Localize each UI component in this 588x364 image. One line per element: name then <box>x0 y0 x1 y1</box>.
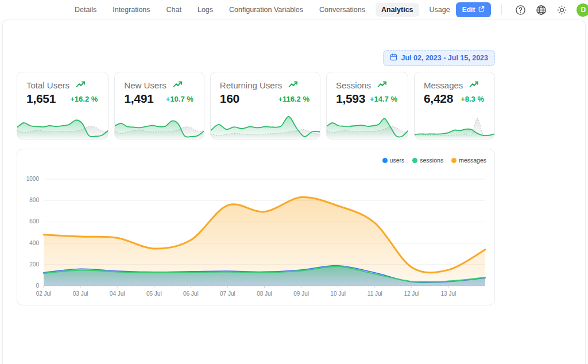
globe-icon[interactable] <box>533 2 549 18</box>
topbar-divider <box>501 5 502 15</box>
date-row: Jul 02, 2023 - Jul 15, 2023 <box>17 50 495 66</box>
stat-card-sessions: Sessions 1,593 +14.7 % <box>326 72 408 140</box>
trend-up-icon <box>288 80 298 90</box>
nav-tabs: DetailsIntegrationsChatLogsConfiguration… <box>69 3 456 17</box>
main-chart: 0200400600800100002 Jul03 Jul04 Jul05 Ju… <box>17 149 494 305</box>
stat-card-delta: +8.3 % <box>461 95 484 103</box>
stat-card-value: 6,428 <box>424 92 453 106</box>
svg-text:02 Jul: 02 Jul <box>36 291 52 297</box>
svg-text:07 Jul: 07 Jul <box>220 291 235 297</box>
avatar[interactable]: D <box>577 3 588 17</box>
topbar: DetailsIntegrationsChatLogsConfiguration… <box>0 0 588 20</box>
stat-card-new-users: New Users 1,491 +10.7 % <box>114 72 204 140</box>
svg-text:11 Jul: 11 Jul <box>368 291 382 297</box>
svg-text:10 Jul: 10 Jul <box>330 291 346 297</box>
svg-text:04 Jul: 04 Jul <box>110 291 125 297</box>
stat-card-value: 160 <box>220 92 239 106</box>
sparkline-new-users <box>115 111 203 139</box>
chart-legend: userssessionsmessages <box>382 157 486 164</box>
svg-text:12 Jul: 12 Jul <box>404 291 419 297</box>
edit-button[interactable]: Edit <box>456 2 492 17</box>
sparkline-total-users <box>17 111 108 139</box>
trend-up-icon <box>377 80 387 90</box>
main-chart-card: userssessionsmessages 020040060080010000… <box>17 149 495 305</box>
external-link-icon <box>478 6 485 14</box>
svg-text:09 Jul: 09 Jul <box>293 291 309 297</box>
stat-card-total-users: Total Users 1,651 +16.2 % <box>17 72 109 140</box>
tab-integrations[interactable]: Integrations <box>107 3 156 17</box>
stat-card-value: 1,651 <box>26 92 56 106</box>
tab-logs[interactable]: Logs <box>192 3 219 17</box>
stat-card-text: Sessions 1,593 +14.7 % <box>327 72 408 106</box>
date-range-label: Jul 02, 2023 - Jul 15, 2023 <box>401 54 489 62</box>
legend-dot-users <box>382 158 388 163</box>
sparkline-returning-users <box>211 111 320 139</box>
svg-text:1000: 1000 <box>26 176 40 182</box>
svg-text:05 Jul: 05 Jul <box>146 291 162 297</box>
tab-configuration-variables[interactable]: Configuration Variables <box>223 3 309 17</box>
stat-card-label: New Users <box>124 80 166 90</box>
stat-card-delta: +16.2 % <box>70 95 98 103</box>
sparkline-sessions <box>327 111 408 139</box>
svg-text:06 Jul: 06 Jul <box>183 291 199 297</box>
legend-sessions[interactable]: sessions <box>412 157 443 164</box>
stat-card-text: Messages 6,428 +8.3 % <box>415 72 494 106</box>
help-icon[interactable] <box>512 2 528 18</box>
svg-text:03 Jul: 03 Jul <box>73 291 88 297</box>
stat-card-text: Total Users 1,651 +16.2 % <box>17 72 108 106</box>
stat-card-delta: +10.7 % <box>166 95 194 103</box>
stat-card-label: Sessions <box>336 80 371 90</box>
svg-text:13 Jul: 13 Jul <box>441 291 457 297</box>
gear-icon[interactable] <box>554 2 570 18</box>
trend-up-icon <box>173 80 183 90</box>
stat-card-delta: +14.7 % <box>370 95 397 103</box>
legend-dot-sessions <box>412 158 417 163</box>
stat-card-value: 1,491 <box>124 92 153 106</box>
stat-cards-row: Total Users 1,651 +16.2 % New Users <box>17 72 495 140</box>
trend-up-icon <box>76 80 86 90</box>
date-range-picker[interactable]: Jul 02, 2023 - Jul 15, 2023 <box>383 50 496 66</box>
stat-card-label: Total Users <box>26 80 69 90</box>
calendar-icon <box>390 53 397 63</box>
legend-messages[interactable]: messages <box>451 157 486 164</box>
stat-card-value: 1,593 <box>336 92 365 106</box>
stat-card-messages: Messages 6,428 +8.3 % <box>414 72 495 140</box>
content-panel: Jul 02, 2023 - Jul 15, 2023 Total Users … <box>2 20 586 364</box>
svg-text:600: 600 <box>29 218 39 224</box>
edit-button-label: Edit <box>462 6 475 14</box>
legend-dot-messages <box>451 158 457 163</box>
stat-card-label: Messages <box>424 80 463 90</box>
trend-up-icon <box>469 80 479 90</box>
analytics-container: Jul 02, 2023 - Jul 15, 2023 Total Users … <box>17 50 495 305</box>
tab-details[interactable]: Details <box>69 3 102 17</box>
stat-card-returning-users: Returning Users 160 +116.2 % <box>210 72 320 140</box>
stat-card-delta: +116.2 % <box>278 95 310 103</box>
svg-text:08 Jul: 08 Jul <box>257 291 272 297</box>
svg-text:200: 200 <box>29 261 39 268</box>
tab-analytics[interactable]: Analytics <box>376 3 419 17</box>
topbar-actions: Edit <box>456 2 588 18</box>
stat-card-text: New Users 1,491 +10.7 % <box>115 72 203 106</box>
tab-usage[interactable]: Usage <box>424 3 456 17</box>
legend-users[interactable]: users <box>382 157 405 164</box>
sparkline-messages <box>415 111 494 139</box>
svg-text:0: 0 <box>36 282 39 289</box>
tab-conversations[interactable]: Conversations <box>314 3 371 17</box>
stat-card-text: Returning Users 160 +116.2 % <box>211 72 320 106</box>
stat-card-label: Returning Users <box>220 80 282 90</box>
svg-text:800: 800 <box>29 197 39 203</box>
svg-text:400: 400 <box>29 240 39 246</box>
tab-chat[interactable]: Chat <box>161 3 187 17</box>
